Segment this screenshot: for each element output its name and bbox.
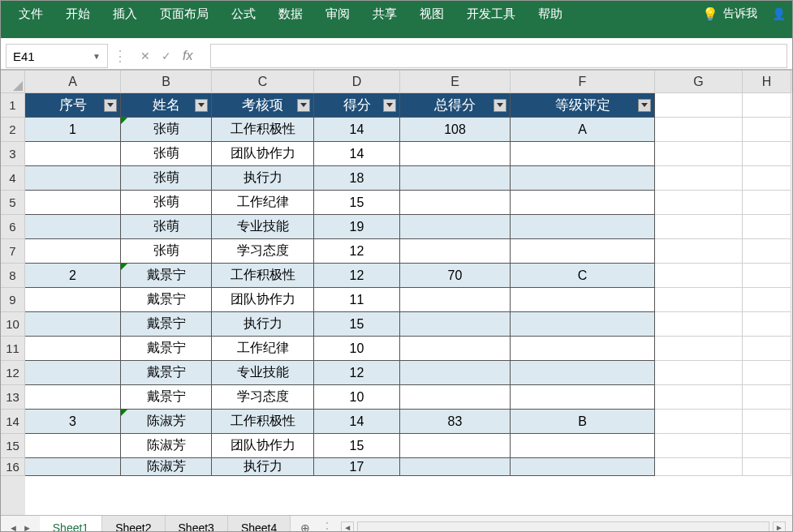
row-header[interactable]: 12 (1, 361, 25, 385)
cell[interactable]: B (511, 410, 655, 434)
cell[interactable]: 14 (314, 410, 400, 434)
cell[interactable]: 张萌 (121, 118, 212, 142)
cell[interactable]: 10 (314, 337, 400, 361)
cell[interactable] (25, 361, 121, 385)
cell[interactable] (25, 337, 121, 361)
chevron-down-icon[interactable]: ▼ (93, 52, 101, 61)
cell[interactable] (743, 458, 791, 476)
cell[interactable]: 83 (400, 410, 511, 434)
cell[interactable] (655, 385, 743, 410)
tab-nav-prev[interactable]: ► (23, 523, 32, 533)
cell[interactable]: 14 (314, 142, 400, 166)
accept-formula-button[interactable]: ✓ (162, 49, 171, 62)
column-header[interactable]: D (314, 71, 400, 93)
cell[interactable] (743, 312, 791, 337)
header-cell[interactable]: 总得分 (400, 93, 511, 118)
cell[interactable] (25, 312, 121, 337)
column-header[interactable]: A (25, 71, 121, 93)
cell[interactable] (400, 239, 511, 264)
cell[interactable] (25, 215, 121, 239)
cell[interactable] (511, 361, 655, 385)
cell[interactable]: 12 (314, 361, 400, 385)
cell[interactable]: 1 (25, 118, 121, 142)
filter-dropdown-icon[interactable] (195, 99, 208, 112)
cancel-formula-button[interactable]: ✕ (140, 49, 150, 62)
cell[interactable] (25, 166, 121, 191)
tell-me[interactable]: 💡 告诉我 (694, 6, 765, 22)
cell[interactable]: A (511, 118, 655, 142)
row-header[interactable]: 1 (1, 93, 25, 118)
cell[interactable]: 张萌 (121, 215, 212, 239)
sheet-tab[interactable]: Sheet3 (166, 516, 228, 533)
cell[interactable]: 戴景宁 (121, 264, 212, 288)
sheet-tab[interactable]: Sheet1 (40, 516, 102, 533)
column-header[interactable]: E (400, 71, 511, 93)
cell[interactable]: 学习态度 (212, 239, 314, 264)
cell[interactable] (25, 142, 121, 166)
cell[interactable]: 执行力 (212, 312, 314, 337)
cell[interactable] (25, 434, 121, 458)
cell[interactable] (511, 385, 655, 410)
row-header[interactable]: 8 (1, 264, 25, 288)
cell[interactable] (25, 191, 121, 215)
cell[interactable]: 12 (314, 239, 400, 264)
cell[interactable]: 10 (314, 385, 400, 410)
filter-dropdown-icon[interactable] (297, 99, 310, 112)
cell[interactable] (25, 458, 121, 476)
cell[interactable] (400, 337, 511, 361)
cell[interactable] (743, 361, 791, 385)
cell[interactable] (511, 312, 655, 337)
tab-drag-handle[interactable]: ⋮ (320, 524, 334, 532)
filter-dropdown-icon[interactable] (104, 99, 117, 112)
horizontal-scrollbar[interactable] (357, 521, 769, 533)
cell[interactable] (655, 239, 743, 264)
column-header[interactable]: F (511, 71, 655, 93)
formula-input[interactable] (210, 44, 787, 68)
fx-icon[interactable]: fx (183, 49, 197, 63)
cell[interactable] (511, 142, 655, 166)
row-header[interactable]: 13 (1, 385, 25, 410)
cell[interactable]: C (511, 264, 655, 288)
cell[interactable] (655, 312, 743, 337)
cell[interactable]: 18 (314, 166, 400, 191)
cell[interactable]: 15 (314, 312, 400, 337)
row-header[interactable]: 4 (1, 166, 25, 191)
cell[interactable]: 17 (314, 458, 400, 476)
cell[interactable] (400, 166, 511, 191)
cell[interactable]: 张萌 (121, 191, 212, 215)
cell[interactable] (743, 385, 791, 410)
cell[interactable] (655, 410, 743, 434)
header-cell[interactable]: 序号 (25, 93, 121, 118)
cell[interactable] (743, 288, 791, 312)
row-header[interactable]: 14 (1, 410, 25, 434)
cell[interactable] (655, 434, 743, 458)
cell[interactable]: 陈淑芳 (121, 458, 212, 476)
cell[interactable] (655, 142, 743, 166)
cell[interactable]: 70 (400, 264, 511, 288)
header-cell[interactable]: 得分 (314, 93, 400, 118)
menu-item[interactable]: 审阅 (314, 1, 361, 27)
cell[interactable] (655, 264, 743, 288)
cell[interactable]: 2 (25, 264, 121, 288)
cell[interactable] (743, 337, 791, 361)
scroll-right-button[interactable]: ► (773, 521, 786, 533)
header-cell[interactable] (655, 93, 743, 118)
cell[interactable]: 108 (400, 118, 511, 142)
cell[interactable]: 15 (314, 434, 400, 458)
row-header[interactable]: 7 (1, 239, 25, 264)
name-box[interactable]: E41 ▼ (6, 44, 108, 68)
cell[interactable]: 工作积极性 (212, 264, 314, 288)
cell[interactable] (743, 264, 791, 288)
cell[interactable] (511, 166, 655, 191)
cell[interactable]: 12 (314, 264, 400, 288)
cell[interactable] (655, 288, 743, 312)
cell[interactable]: 3 (25, 410, 121, 434)
cell[interactable]: 学习态度 (212, 385, 314, 410)
cell[interactable] (511, 458, 655, 476)
cell[interactable] (400, 434, 511, 458)
user-icon[interactable]: 👤 (765, 7, 786, 20)
cell[interactable] (400, 215, 511, 239)
row-header[interactable]: 3 (1, 142, 25, 166)
cell[interactable]: 戴景宁 (121, 361, 212, 385)
cell[interactable] (400, 385, 511, 410)
